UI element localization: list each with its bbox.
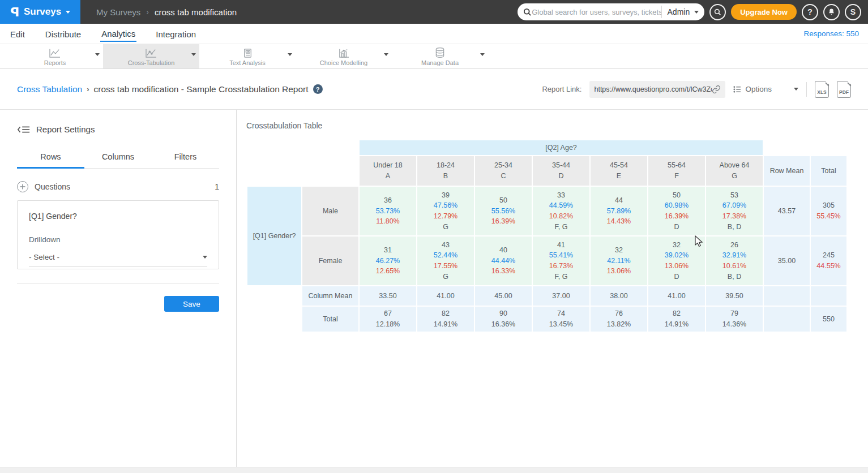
subnav-cross-tabulation[interactable]: Cross-Tabulation [103,44,199,68]
subnav-reports[interactable]: Reports [7,44,103,68]
line-chart-icon [145,47,157,58]
cell-total-pct: 10.61% [706,261,763,272]
cell-pct: 12.18% [360,319,416,330]
chevron-down-icon[interactable] [384,53,388,56]
tab-analytics[interactable]: Analytics [100,25,136,42]
report-link-label: Report Link: [542,85,581,93]
total-cell: 7413.45% [533,307,589,332]
chevron-down-icon [794,88,798,91]
cross-tabulation-link[interactable]: Cross Tabulation [17,84,82,94]
add-question-icon[interactable] [17,181,28,192]
options-dropdown[interactable]: Options [733,85,798,93]
crosstab-cell: 3947.56%12.79%G [417,187,474,235]
column-header: 18-24B [417,156,474,186]
cell-count: 39 [417,190,474,201]
report-actions: Report Link: Options XLS PDF [542,81,851,98]
column-letter: C [475,171,532,182]
report-header: Cross Tabulation › cross tab modificatio… [0,69,868,110]
cell-total-pct: 16.39% [475,216,532,227]
notifications-button[interactable] [823,4,840,20]
column-letter: B [417,171,474,182]
divider [17,283,219,284]
global-search-input[interactable] [532,8,661,16]
help-icon[interactable]: ? [313,84,323,94]
report-title: cross tab modification - Sample Crosstab… [94,84,309,94]
column-header: 55-64F [648,156,705,186]
subnav-choice-modelling[interactable]: Choice Modelling [296,44,392,68]
empty-cell [764,307,810,332]
collapse-panel-icon[interactable] [17,125,31,134]
footer-scroll-area [0,467,868,473]
crosstab-section: Crosstabulation Table [Q2] Age? Under 18… [237,110,868,467]
cell-col-pct: 44.59% [533,200,589,211]
row-total-cell: 30555.45% [811,187,846,235]
total-cell: 7613.82% [591,307,647,332]
column-header: 35-44D [533,156,589,186]
total-header: Total [811,156,846,186]
tab-filters[interactable]: Filters [152,148,219,168]
crosstab-cell: 3653.73%11.80% [360,187,416,235]
subnav-label: Cross-Tabulation [128,59,175,66]
link-icon[interactable] [712,85,721,94]
cell-significance: B, D [706,222,763,233]
column-label: Above 64 [706,160,763,171]
empty-cell [764,286,810,306]
cell-pct: 16.36% [475,319,532,330]
column-letter: F [648,171,705,182]
tab-integration[interactable]: Integration [155,26,197,41]
cell-count: 53 [706,190,763,201]
cell-count: 82 [648,308,705,319]
export-xls-button[interactable]: XLS [815,81,829,98]
cell-total-pct: 16.39% [648,211,705,222]
user-avatar[interactable]: S [845,4,861,20]
cell-significance: D [648,222,705,233]
chevron-down-icon[interactable] [480,53,485,56]
drilldown-select[interactable]: - Select - [29,253,207,267]
questionpro-surveys-logo[interactable]: P Surveys [0,0,80,24]
global-search: Admin [518,3,704,20]
admin-scope-dropdown[interactable]: Admin [661,6,699,18]
export-pdf-button[interactable]: PDF [837,81,851,98]
spacer-cell [247,286,301,306]
tab-columns[interactable]: Columns [84,148,152,168]
row-label: Female [302,236,358,285]
tab-distribute[interactable]: Distribute [44,26,82,41]
upgrade-now-button[interactable]: Upgrade Now [731,4,797,20]
breadcrumb-my-surveys[interactable]: My Surveys [96,7,140,17]
crosstab-table: [Q2] Age? Under 18A 18-24B 25-34C 35-44D… [246,139,848,333]
tab-rows[interactable]: Rows [17,148,84,169]
breadcrumb-separator: › [146,7,149,16]
questions-section-header[interactable]: Questions 1 [17,181,219,192]
subnav-manage-data[interactable]: Manage Data [392,44,488,68]
cell-count: 305 [811,200,846,211]
bell-icon [828,8,835,16]
report-link-input[interactable] [594,85,712,93]
column-header: 25-34C [475,156,532,186]
search-icon [714,8,721,16]
subnav-text-analysis[interactable]: Text Analysis [199,44,296,68]
subnav-label: Reports [44,59,66,66]
crosstab-table-title: Crosstabulation Table [246,121,860,130]
save-button[interactable]: Save [164,296,219,312]
help-button[interactable]: ? [802,4,818,20]
chevron-down-icon[interactable] [95,53,100,56]
report-settings-title: Report Settings [36,124,95,134]
questions-count-badge: 1 [215,182,219,191]
column-letter: D [533,171,589,182]
tab-edit[interactable]: Edit [9,26,26,41]
total-cell: 7914.36% [706,307,763,332]
topbar: P Surveys My Surveys › cross tab modific… [0,0,868,24]
crosstab-cell: 3344.59%10.82%F, G [533,187,589,235]
topbar-breadcrumb: My Surveys › cross tab modification [96,7,237,17]
cell-total-pct: 14.43% [591,216,647,227]
chevron-down-icon[interactable] [191,53,196,56]
cell-col-pct: 42.11% [591,256,647,266]
column-letter: A [360,171,416,182]
chevron-down-icon[interactable] [288,53,292,56]
cell-count: 245 [811,250,846,261]
cell-col-pct: 44.44% [475,256,532,266]
cell-significance: D [648,272,705,282]
cell-count: 67 [360,308,416,319]
search-submit-button[interactable] [709,4,726,20]
grand-total-cell: 550 [811,307,846,332]
